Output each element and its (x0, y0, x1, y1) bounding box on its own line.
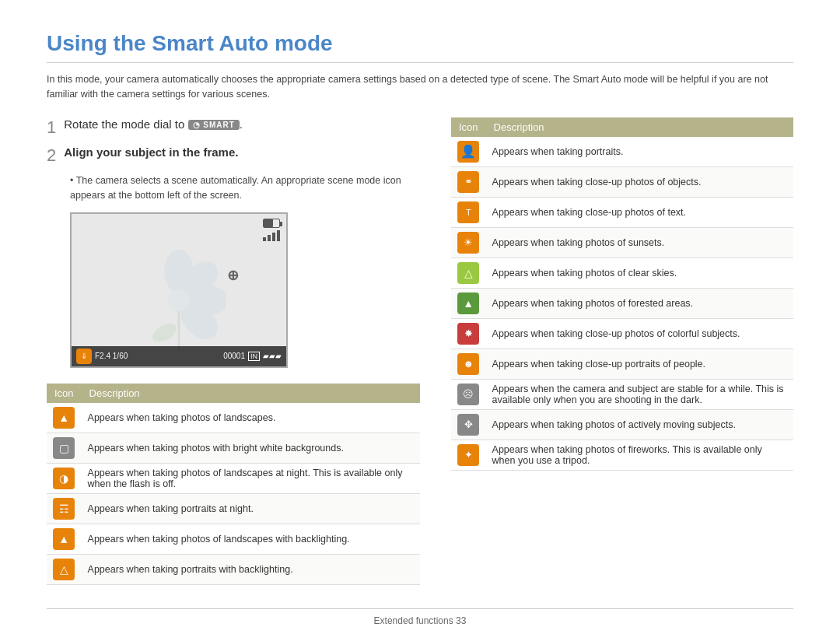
table-row: ☶ Appears when taking portraits at night… (47, 493, 420, 524)
step-2-text: Align your subject in the frame. (64, 145, 238, 159)
svg-point-6 (149, 320, 179, 345)
right-row-desc-7: Appears when taking close-up photos of c… (486, 318, 793, 349)
table-row: ☻ Appears when taking close-up portraits… (451, 349, 793, 379)
clear-sky-icon: △ (457, 262, 479, 284)
camera-top-icons (263, 219, 280, 241)
right-row-desc-5: Appears when taking photos of clear skie… (486, 257, 793, 288)
right-row-desc-6: Appears when taking photos of forested a… (486, 288, 793, 318)
left-table-header-desc: Description (82, 384, 420, 403)
step-2-bullet: The camera selects a scene automatically… (70, 173, 420, 203)
table-row: ⚭ Appears when taking close-up photos of… (451, 166, 793, 197)
backlight-portrait-icon: △ (53, 559, 75, 580)
step-1-number: 1 (47, 117, 56, 138)
forest-icon: ▲ (457, 292, 479, 314)
right-row-desc-11: Appears when taking photos of fireworks.… (486, 440, 793, 470)
left-row-desc-1: Appears when taking photos of landscapes… (82, 403, 420, 433)
closeup-object-icon: ⚭ (457, 171, 479, 193)
colorful-icon: ✸ (457, 323, 479, 345)
page-title: Using the Smart Auto mode (47, 31, 793, 63)
night-landscape-icon: ◑ (53, 468, 75, 489)
table-row: ✦ Appears when taking photos of firework… (451, 440, 793, 470)
camera-bottom-bar: ⇓ F2.4 1/60 00001 IN ▰▰▰ (72, 346, 286, 366)
right-row-desc-10: Appears when taking photos of actively m… (486, 409, 793, 440)
right-row-desc-2: Appears when taking close-up photos of o… (486, 166, 793, 197)
table-row: T Appears when taking close-up photos of… (451, 197, 793, 227)
table-row: ▲ Appears when taking photos of forested… (451, 288, 793, 318)
left-row-desc-4: Appears when taking portraits at night. (82, 493, 420, 524)
left-row-desc-2: Appears when taking photos with bright w… (82, 433, 420, 463)
counter: 00001 (223, 352, 245, 360)
bottom-right: 00001 IN ▰▰▰ (223, 352, 282, 361)
battery-icon (263, 219, 280, 228)
bottom-left: ⇓ F2.4 1/60 (76, 349, 128, 364)
zoom-indicator: ⊕ (227, 267, 239, 284)
step-1: 1 Rotate the mode dial to ◔ SMART. (47, 117, 420, 138)
right-icon-table: Icon Description 👤 Appears when taking p… (451, 117, 793, 471)
landscape-icon: ▲ (53, 407, 75, 429)
right-row-desc-8: Appears when taking close-up portraits o… (486, 349, 793, 379)
battery-bar: ▰▰▰ (263, 352, 282, 360)
right-column: Icon Description 👤 Appears when taking p… (451, 117, 793, 585)
left-row-desc-3: Appears when taking photos of landscapes… (82, 463, 420, 493)
backlight-icon: ▢ (53, 437, 75, 459)
table-row: 👤 Appears when taking portraits. (451, 137, 793, 167)
camera-preview: ⊕ ⇓ F2.4 1/60 00001 IN ▰▰▰ (70, 212, 288, 368)
portrait-icon: 👤 (457, 141, 479, 163)
table-row: ▲ Appears when taking photos of landscap… (47, 403, 420, 433)
left-table-header-icon: Icon (47, 384, 82, 403)
content-wrapper: 1 Rotate the mode dial to ◔ SMART. 2 Ali… (47, 117, 793, 585)
exposure-info: F2.4 1/60 (95, 352, 128, 360)
smart-badge: ◔ SMART (188, 120, 240, 130)
closeup-text-icon: T (457, 201, 479, 223)
footer-text: Extended functions 33 (374, 615, 467, 626)
table-row: △ Appears when taking photos of clear sk… (451, 257, 793, 288)
stable-icon: ☹ (457, 384, 479, 405)
step-1-text: Rotate the mode dial to ◔ SMART. (64, 117, 243, 131)
right-row-desc-4: Appears when taking photos of sunsets. (486, 227, 793, 257)
table-row: ☹ Appears when the camera and subject ar… (451, 379, 793, 409)
footer: Extended functions 33 (47, 608, 793, 626)
svg-point-4 (168, 289, 190, 311)
right-row-desc-9: Appears when the camera and subject are … (486, 379, 793, 409)
intro-text: In this mode, your camera automatically … (47, 72, 793, 102)
step-2-number: 2 (47, 145, 56, 166)
left-column: 1 Rotate the mode dial to ◔ SMART. 2 Ali… (47, 117, 420, 585)
table-row: ◑ Appears when taking photos of landscap… (47, 463, 420, 493)
flower-decoration (132, 250, 226, 351)
step-2: 2 Align your subject in the frame. (47, 145, 420, 166)
right-row-desc-1: Appears when taking portraits. (486, 137, 793, 167)
left-icon-table: Icon Description ▲ Appears when taking p… (47, 384, 420, 585)
signal-bars (263, 230, 280, 241)
table-row: ✸ Appears when taking close-up photos of… (451, 318, 793, 349)
right-table-header-desc: Description (486, 117, 793, 137)
fireworks-icon: ✦ (457, 444, 479, 466)
table-row: ☀ Appears when taking photos of sunsets. (451, 227, 793, 257)
backlight-landscape-icon: ▲ (53, 528, 75, 550)
night-portrait-icon: ☶ (53, 498, 75, 520)
portrait-closeup-icon: ☻ (457, 353, 479, 375)
table-row: ▲ Appears when taking photos of landscap… (47, 524, 420, 554)
mode-indicator: IN (248, 352, 260, 361)
table-row: ▢ Appears when taking photos with bright… (47, 433, 420, 463)
moving-icon: ✥ (457, 414, 479, 436)
scene-mode-icon: ⇓ (76, 349, 92, 364)
table-row: △ Appears when taking portraits with bac… (47, 554, 420, 584)
table-row: ✥ Appears when taking photos of actively… (451, 409, 793, 440)
left-row-desc-6: Appears when taking portraits with backl… (82, 554, 420, 584)
right-row-desc-3: Appears when taking close-up photos of t… (486, 197, 793, 227)
left-row-desc-5: Appears when taking photos of landscapes… (82, 524, 420, 554)
sunset-icon: ☀ (457, 232, 479, 254)
right-table-header-icon: Icon (451, 117, 486, 137)
